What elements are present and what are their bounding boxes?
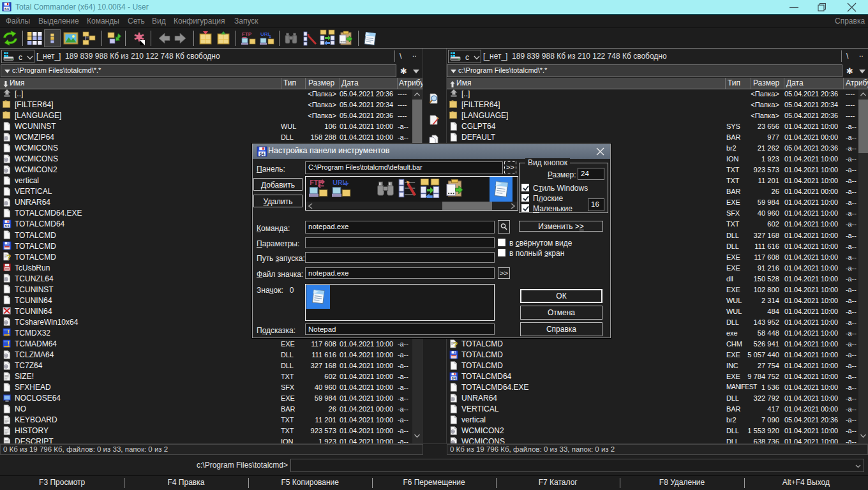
svg-text:FTP: FTP bbox=[310, 179, 322, 186]
svg-text:URL: URL bbox=[260, 31, 271, 37]
svg-text:FTP: FTP bbox=[242, 31, 252, 37]
svg-text:64: 64 bbox=[4, 6, 9, 11]
svg-text:URL: URL bbox=[333, 179, 347, 186]
